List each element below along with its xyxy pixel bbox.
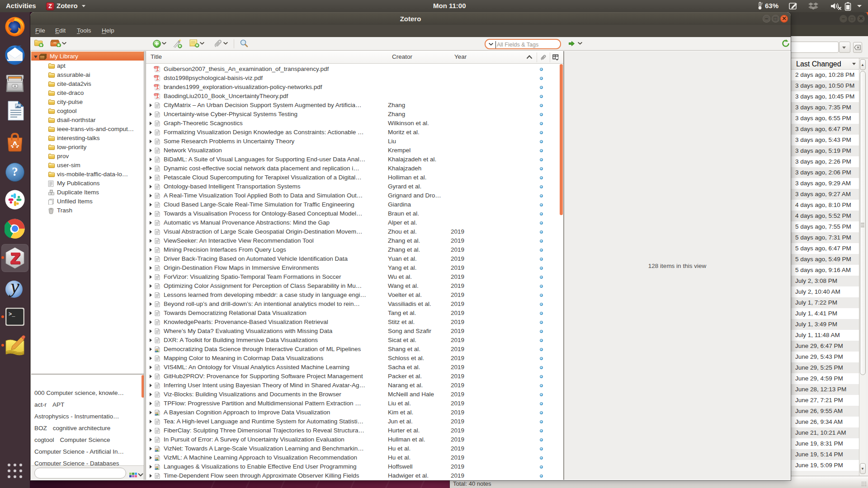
svg-text:PDF: PDF bbox=[155, 85, 158, 87]
svg-text:>_: >_ bbox=[9, 311, 15, 318]
svg-text:PDF: PDF bbox=[155, 76, 158, 78]
svg-text:y: y bbox=[9, 276, 19, 297]
svg-text:?: ? bbox=[12, 165, 18, 178]
svg-text:PDF: PDF bbox=[155, 67, 158, 69]
svg-text:A: A bbox=[12, 140, 18, 150]
svg-text:PDF: PDF bbox=[155, 94, 158, 96]
